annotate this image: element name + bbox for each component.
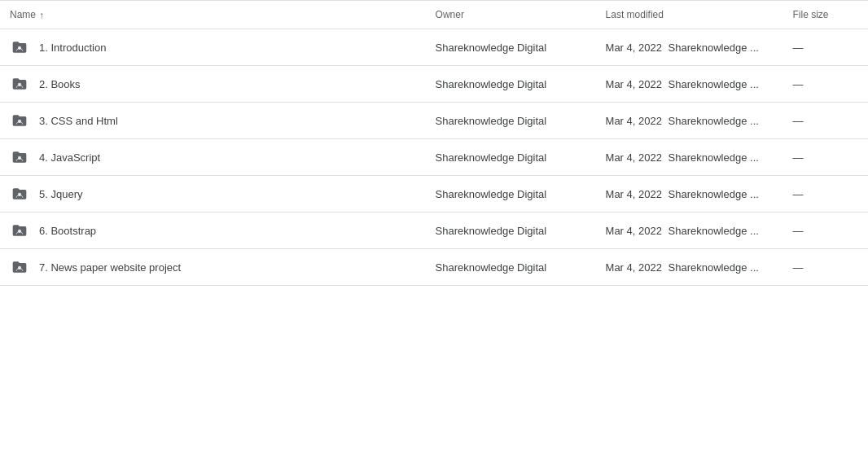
- modified-person-label: Shareknowledge ...: [669, 78, 759, 90]
- file-list-table: Name ↑ Owner Last modified File size: [0, 0, 868, 286]
- modified-cell: Mar 4, 2022 Shareknowledge ...: [596, 176, 783, 213]
- modified-person-label: Shareknowledge ...: [669, 151, 759, 164]
- column-header-modified: Last modified: [596, 1, 783, 29]
- file-size-cell: —: [783, 249, 868, 286]
- name-sort-button[interactable]: Name ↑: [10, 9, 49, 20]
- file-name-label: 2. Books: [39, 78, 81, 90]
- file-name-label: 7. News paper website project: [39, 261, 181, 274]
- file-name-cell: 7. News paper website project: [0, 249, 426, 286]
- modified-date-label: Mar 4, 2022: [606, 151, 662, 164]
- modified-cell: Mar 4, 2022 Shareknowledge ...: [596, 66, 783, 103]
- file-size-cell: —: [783, 103, 868, 139]
- table-row[interactable]: 2. Books Shareknowledge Digital Mar 4, 2…: [0, 66, 868, 103]
- modified-person-label: Shareknowledge ...: [669, 42, 759, 54]
- modified-person-label: Shareknowledge ...: [669, 225, 759, 237]
- file-name-cell: 1. Introduction: [0, 29, 426, 66]
- modified-cell: Mar 4, 2022 Shareknowledge ...: [596, 139, 783, 176]
- file-name-cell: 3. CSS and Html: [0, 103, 426, 139]
- table-row[interactable]: 5. Jquery Shareknowledge Digital Mar 4, …: [0, 176, 868, 213]
- file-name-cell: 2. Books: [0, 66, 426, 103]
- owner-cell: Shareknowledge Digital: [426, 213, 596, 249]
- table-row[interactable]: 3. CSS and Html Shareknowledge Digital M…: [0, 103, 868, 139]
- folder-icon: [10, 111, 29, 130]
- column-header-owner: Owner: [426, 1, 596, 29]
- file-size-cell: —: [783, 139, 868, 176]
- file-name-cell: 4. JavaScript: [0, 139, 426, 176]
- file-size-cell: —: [783, 213, 868, 249]
- folder-icon: [10, 257, 29, 277]
- folder-icon: [10, 74, 29, 94]
- sort-up-icon: ↑: [39, 10, 49, 20]
- owner-cell: Shareknowledge Digital: [426, 66, 596, 103]
- modified-date-label: Mar 4, 2022: [606, 78, 662, 90]
- folder-icon: [10, 147, 29, 167]
- file-name-label: 6. Bootstrap: [39, 225, 96, 237]
- table-row[interactable]: 6. Bootstrap Shareknowledge Digital Mar …: [0, 213, 868, 249]
- file-size-cell: —: [783, 66, 868, 103]
- modified-cell: Mar 4, 2022 Shareknowledge ...: [596, 213, 783, 249]
- file-name-label: 4. JavaScript: [39, 151, 100, 164]
- column-header-filesize: File size: [783, 1, 868, 29]
- table-row[interactable]: 7. News paper website project Shareknowl…: [0, 249, 868, 286]
- modified-date-label: Mar 4, 2022: [606, 42, 662, 54]
- owner-cell: Shareknowledge Digital: [426, 29, 596, 66]
- modified-person-label: Shareknowledge ...: [669, 188, 759, 200]
- modified-date-label: Mar 4, 2022: [606, 188, 662, 200]
- folder-icon: [10, 221, 29, 240]
- owner-cell: Shareknowledge Digital: [426, 176, 596, 213]
- modified-date-label: Mar 4, 2022: [606, 115, 662, 127]
- modified-cell: Mar 4, 2022 Shareknowledge ...: [596, 29, 783, 66]
- modified-person-label: Shareknowledge ...: [669, 261, 759, 274]
- modified-person-label: Shareknowledge ...: [669, 115, 759, 127]
- modified-date-label: Mar 4, 2022: [606, 261, 662, 274]
- file-size-cell: —: [783, 176, 868, 213]
- file-name-cell: 6. Bootstrap: [0, 213, 426, 249]
- modified-cell: Mar 4, 2022 Shareknowledge ...: [596, 249, 783, 286]
- owner-cell: Shareknowledge Digital: [426, 103, 596, 139]
- file-size-cell: —: [783, 29, 868, 66]
- owner-cell: Shareknowledge Digital: [426, 139, 596, 176]
- column-header-name[interactable]: Name ↑: [0, 1, 426, 29]
- table-row[interactable]: 1. Introduction Shareknowledge Digital M…: [0, 29, 868, 66]
- file-name-label: 5. Jquery: [39, 188, 82, 200]
- owner-cell: Shareknowledge Digital: [426, 249, 596, 286]
- file-name-label: 1. Introduction: [39, 42, 106, 54]
- modified-cell: Mar 4, 2022 Shareknowledge ...: [596, 103, 783, 139]
- file-name-label: 3. CSS and Html: [39, 115, 118, 127]
- table-row[interactable]: 4. JavaScript Shareknowledge Digital Mar…: [0, 139, 868, 176]
- name-column-label: Name: [10, 9, 36, 20]
- modified-date-label: Mar 4, 2022: [606, 225, 662, 237]
- file-name-cell: 5. Jquery: [0, 176, 426, 213]
- folder-icon: [10, 184, 29, 204]
- folder-icon: [10, 37, 29, 57]
